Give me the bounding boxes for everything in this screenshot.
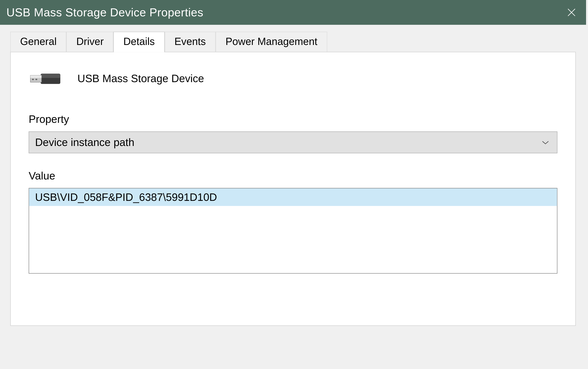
- property-dropdown[interactable]: Device instance path: [29, 131, 557, 153]
- svg-rect-7: [36, 79, 37, 80]
- svg-rect-6: [32, 79, 34, 80]
- tab-general[interactable]: General: [10, 32, 67, 52]
- close-button[interactable]: [565, 6, 578, 19]
- properties-dialog: USB Mass Storage Device Properties Gener…: [0, 0, 586, 326]
- tabs: General Driver Details Events Power Mana…: [0, 25, 586, 52]
- close-icon: [567, 8, 576, 17]
- value-item[interactable]: USB\VID_058F&PID_6387\5991D10D: [29, 188, 557, 206]
- property-selected-value: Device instance path: [35, 136, 134, 149]
- titlebar: USB Mass Storage Device Properties: [0, 0, 586, 25]
- usb-device-icon: [29, 68, 62, 89]
- tab-events[interactable]: Events: [165, 32, 216, 52]
- tab-details[interactable]: Details: [114, 32, 165, 52]
- tab-power-management[interactable]: Power Management: [216, 32, 327, 52]
- content-area: General Driver Details Events Power Mana…: [0, 25, 586, 326]
- window-title: USB Mass Storage Device Properties: [6, 6, 203, 19]
- svg-rect-3: [41, 73, 60, 78]
- property-label: Property: [29, 113, 557, 125]
- device-name: USB Mass Storage Device: [77, 72, 204, 85]
- value-label: Value: [29, 170, 557, 182]
- svg-rect-5: [30, 75, 41, 78]
- chevron-down-icon: [541, 140, 549, 145]
- value-listbox[interactable]: USB\VID_058F&PID_6387\5991D10D: [29, 188, 557, 274]
- details-panel: USB Mass Storage Device Property Device …: [10, 52, 576, 326]
- tab-driver[interactable]: Driver: [67, 32, 114, 52]
- device-header: USB Mass Storage Device: [29, 68, 557, 89]
